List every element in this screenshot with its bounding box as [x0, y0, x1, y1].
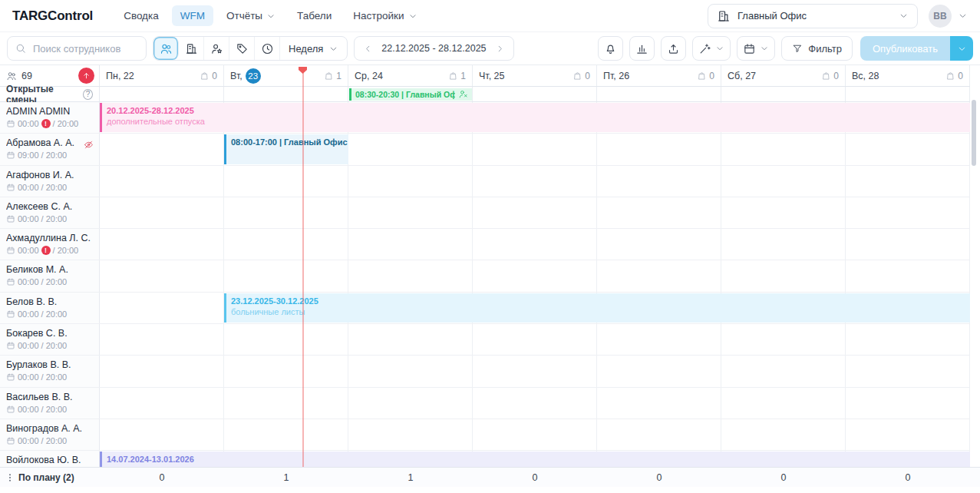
next-week-button[interactable]	[495, 44, 505, 54]
schedule-cell[interactable]	[100, 324, 224, 355]
plan-count[interactable]: 0	[473, 472, 597, 483]
employee-cell[interactable]: Ахмадуллина Л. С.00:00!/ 20:00	[0, 229, 100, 260]
day-header[interactable]: Вт,231	[224, 65, 348, 86]
schedule-cell[interactable]	[846, 260, 970, 291]
day-header[interactable]: Чт, 250	[473, 65, 597, 86]
schedule-cell[interactable]	[721, 229, 846, 260]
schedule-cell[interactable]	[597, 197, 721, 228]
schedule-cell[interactable]	[473, 134, 597, 164]
schedule-cell[interactable]	[473, 229, 597, 260]
calendar-menu-button[interactable]	[737, 36, 775, 61]
schedule-cell[interactable]	[224, 419, 348, 450]
view-employees-button[interactable]	[153, 37, 179, 60]
open-shift-cell[interactable]	[473, 87, 597, 101]
schedule-cell[interactable]	[846, 166, 970, 197]
schedule-cell[interactable]	[721, 134, 846, 164]
schedule-cell[interactable]	[224, 324, 348, 355]
open-shift-cell[interactable]	[224, 87, 348, 101]
day-header[interactable]: Пт, 260	[597, 65, 721, 86]
schedule-cell[interactable]	[348, 324, 473, 355]
schedule-cell[interactable]	[100, 419, 224, 450]
employee-cell[interactable]: ADMIN ADMIN00:00!/ 20:00	[0, 102, 100, 133]
view-departments-button[interactable]	[179, 37, 204, 60]
help-icon[interactable]: ?	[83, 89, 93, 100]
employee-cell[interactable]: Абрамова А. А.09:00/ 20:00	[0, 134, 100, 164]
alert-up-badge[interactable]	[78, 68, 94, 84]
schedule-cell[interactable]	[348, 197, 473, 228]
schedule-cell[interactable]	[846, 197, 970, 228]
office-select[interactable]: Главный Офис	[708, 4, 918, 28]
employee-cell[interactable]: Бурлаков В. В.00:00/ 20:00	[0, 356, 100, 386]
schedule-cell[interactable]	[348, 260, 473, 291]
filter-button[interactable]: Фильтр	[781, 36, 853, 61]
scrollbar-thumb[interactable]	[972, 100, 976, 166]
publish-button[interactable]: Опубликовать	[860, 36, 950, 61]
schedule-cell[interactable]	[348, 134, 473, 164]
schedule-cell[interactable]	[224, 197, 348, 228]
schedule-cell[interactable]	[100, 356, 224, 386]
auto-schedule-button[interactable]	[692, 36, 731, 61]
export-button[interactable]	[661, 36, 686, 61]
schedule-cell[interactable]	[597, 260, 721, 291]
schedule-event[interactable]: 08:00-17:00 | Главный Офис	[224, 134, 348, 164]
employee-cell[interactable]: Васильев В. В.00:00/ 20:00	[0, 388, 100, 419]
schedule-cell[interactable]	[597, 388, 721, 419]
schedule-cell[interactable]	[846, 356, 970, 386]
schedule-cell[interactable]	[597, 229, 721, 260]
schedule-cell[interactable]	[100, 260, 224, 291]
open-shift-cell[interactable]	[721, 87, 846, 101]
employee-cell[interactable]: Беликов М. А.00:00/ 20:00	[0, 260, 100, 291]
schedule-cell[interactable]	[721, 197, 846, 228]
account-menu-chevron-icon[interactable]	[958, 11, 968, 21]
publish-menu-button[interactable]	[950, 36, 973, 61]
schedule-cell[interactable]	[100, 293, 224, 323]
open-shift-cell[interactable]	[597, 87, 721, 101]
search-input[interactable]	[31, 42, 138, 55]
employee-cell[interactable]: Агафонов И. А.00:00/ 20:00	[0, 166, 100, 197]
schedule-cell[interactable]	[846, 134, 970, 164]
schedule-cell[interactable]	[597, 134, 721, 164]
nav-item-otchety[interactable]: Отчёты	[218, 5, 284, 26]
nav-item-nastroyki[interactable]: Настройки	[345, 5, 425, 26]
schedule-cell[interactable]	[473, 388, 597, 419]
plan-count[interactable]: 1	[348, 472, 473, 483]
schedule-cell[interactable]	[348, 166, 473, 197]
schedule-cell[interactable]	[597, 166, 721, 197]
plan-count[interactable]: 0	[846, 472, 970, 483]
employee-search[interactable]	[7, 36, 147, 61]
view-time-button[interactable]	[255, 37, 280, 60]
schedule-cell[interactable]	[224, 356, 348, 386]
employee-cell[interactable]: Бокарев С. В.00:00/ 20:00	[0, 324, 100, 355]
prev-week-button[interactable]	[363, 44, 373, 54]
schedule-cell[interactable]	[100, 134, 224, 164]
schedule-cell[interactable]	[597, 356, 721, 386]
schedule-cell[interactable]	[224, 260, 348, 291]
plan-count[interactable]: 0	[597, 472, 721, 483]
day-header[interactable]: Ср, 241	[348, 65, 473, 86]
schedule-cell[interactable]	[100, 197, 224, 228]
day-header[interactable]: Пн, 220	[100, 65, 224, 86]
open-shift-cell[interactable]	[846, 87, 970, 101]
notifications-button[interactable]	[598, 36, 623, 61]
plan-count[interactable]: 1	[224, 472, 348, 483]
view-tags-button[interactable]	[229, 37, 255, 60]
schedule-cell[interactable]	[348, 388, 473, 419]
schedule-cell[interactable]	[348, 419, 473, 450]
schedule-cell[interactable]	[846, 229, 970, 260]
employee-cell[interactable]: Войлокова Ю. В.	[0, 451, 100, 467]
schedule-event[interactable]: 20.12.2025-28.12.2025дополнительные отпу…	[100, 103, 970, 132]
schedule-cell[interactable]	[721, 324, 846, 355]
nav-item-svodka[interactable]: Сводка	[115, 5, 167, 26]
schedule-cell[interactable]	[224, 166, 348, 197]
schedule-cell[interactable]	[224, 388, 348, 419]
schedule-cell[interactable]	[721, 166, 846, 197]
day-header[interactable]: Вс, 280	[846, 65, 970, 86]
employee-cell[interactable]: Виноградов А. А.00:00/ 20:00	[0, 419, 100, 450]
open-shift-cell[interactable]	[100, 87, 224, 101]
schedule-cell[interactable]	[846, 419, 970, 450]
drag-handle-icon[interactable]	[5, 472, 15, 483]
view-positions-button[interactable]	[204, 37, 229, 60]
plan-count[interactable]: 0	[721, 472, 846, 483]
schedule-cell[interactable]	[348, 229, 473, 260]
schedule-cell[interactable]	[597, 324, 721, 355]
